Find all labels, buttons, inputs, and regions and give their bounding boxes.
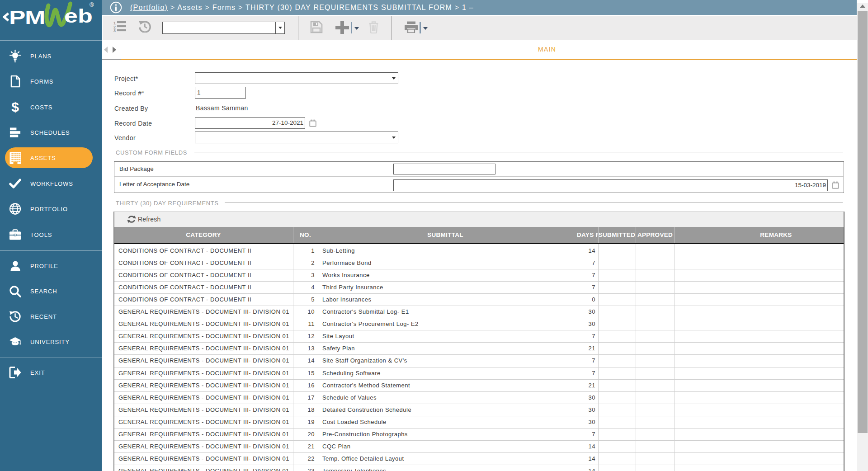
svg-text:3: 3 — [113, 28, 116, 32]
